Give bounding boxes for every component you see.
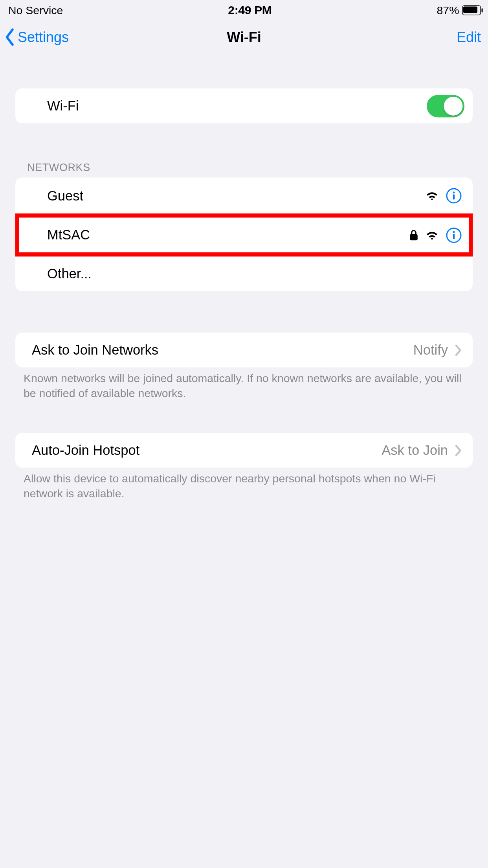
- ask-to-join-value: Notify: [413, 342, 448, 358]
- networks-header: Networks: [27, 162, 473, 174]
- svg-point-5: [453, 231, 455, 233]
- wifi-toggle-label: Wi-Fi: [47, 98, 427, 114]
- svg-rect-2: [453, 194, 455, 200]
- networks-group: Guest MtSAC Other...: [15, 178, 473, 292]
- wifi-toggle-row[interactable]: Wi-Fi: [15, 88, 473, 123]
- wifi-signal-icon: [426, 191, 438, 201]
- network-row-other[interactable]: Other...: [15, 256, 473, 292]
- lock-icon: [409, 229, 418, 241]
- status-battery-percent: 87%: [437, 4, 459, 17]
- network-name: MtSAC: [47, 227, 409, 243]
- ask-join-group: Ask to Join Networks Notify: [15, 333, 473, 368]
- auto-join-hotspot-value: Ask to Join: [382, 442, 448, 458]
- svg-point-1: [453, 191, 455, 193]
- chevron-left-icon: [4, 28, 17, 46]
- network-row-mtsac[interactable]: MtSAC: [15, 214, 473, 256]
- auto-join-hotspot-label: Auto-Join Hotspot: [32, 442, 382, 458]
- wifi-toggle-group: Wi-Fi: [15, 88, 473, 123]
- auto-join-hotspot-row[interactable]: Auto-Join Hotspot Ask to Join: [15, 433, 473, 468]
- status-time: 2:49 PM: [228, 4, 272, 17]
- battery-icon: [462, 6, 481, 16]
- network-row-guest[interactable]: Guest: [15, 178, 473, 214]
- wifi-signal-icon: [426, 230, 438, 240]
- chevron-right-icon: [455, 344, 462, 356]
- nav-title: Wi-Fi: [0, 29, 488, 45]
- svg-rect-3: [410, 234, 418, 240]
- edit-button[interactable]: Edit: [457, 29, 481, 45]
- auto-hotspot-group: Auto-Join Hotspot Ask to Join: [15, 433, 473, 468]
- ask-to-join-footer: Known networks will be joined automatica…: [24, 371, 473, 401]
- wifi-toggle[interactable]: [427, 95, 464, 117]
- ask-to-join-row[interactable]: Ask to Join Networks Notify: [15, 333, 473, 368]
- info-icon[interactable]: [446, 188, 462, 204]
- svg-rect-6: [453, 234, 455, 239]
- other-label: Other...: [47, 266, 462, 282]
- status-carrier: No Service: [8, 4, 63, 17]
- auto-join-hotspot-footer: Allow this device to automatically disco…: [24, 471, 473, 501]
- info-icon[interactable]: [446, 227, 462, 243]
- back-label: Settings: [18, 29, 69, 45]
- network-name: Guest: [47, 188, 426, 204]
- chevron-right-icon: [455, 444, 462, 456]
- nav-bar: Settings Wi-Fi Edit: [0, 21, 488, 53]
- status-bar: No Service 2:49 PM 87%: [0, 0, 488, 21]
- ask-to-join-label: Ask to Join Networks: [32, 342, 413, 358]
- back-button[interactable]: Settings: [4, 28, 69, 46]
